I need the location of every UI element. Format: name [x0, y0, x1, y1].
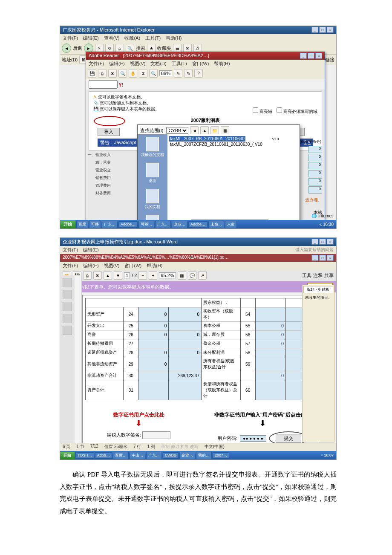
- attach-icon[interactable]: [63, 302, 72, 311]
- task-item[interactable]: 未命: [225, 221, 237, 228]
- page-down-icon[interactable]: ▼: [114, 271, 122, 280]
- print-icon[interactable]: ⎙: [98, 69, 107, 78]
- menu-edit[interactable]: 编辑(E): [83, 35, 99, 41]
- favorites-icon[interactable]: ★: [147, 44, 156, 52]
- print-icon[interactable]: ⎙: [83, 271, 92, 280]
- menu-view[interactable]: 查看(V): [104, 35, 120, 41]
- maximize-icon[interactable]: □: [319, 27, 326, 33]
- fit-icon[interactable]: ▦: [178, 271, 186, 280]
- cell-value[interactable]: [255, 357, 285, 371]
- task-item[interactable]: 广东…: [155, 221, 171, 228]
- close-icon[interactable]: ×: [315, 53, 322, 59]
- share-icon[interactable]: ↗: [198, 271, 207, 280]
- menu-view[interactable]: 视图(V): [104, 263, 120, 269]
- home-icon[interactable]: ⌂: [115, 44, 124, 52]
- maximize-icon[interactable]: □: [308, 53, 314, 59]
- menu-tools[interactable]: 工具(T): [172, 61, 187, 67]
- start-button[interactable]: 开始: [60, 452, 75, 459]
- refresh-icon[interactable]: ↻: [105, 44, 114, 52]
- zoom-icon[interactable]: 🔍: [149, 69, 158, 78]
- menu-help[interactable]: 帮助(H): [214, 61, 230, 67]
- task-item[interactable]: 可移…: [138, 221, 154, 228]
- file-list[interactable]: taxML_2007LRB_20110601_20110630 V10 taxM…: [167, 134, 300, 210]
- menu-edit[interactable]: 编辑(E): [109, 61, 125, 67]
- menu-file[interactable]: 文件(F): [63, 35, 78, 41]
- stop-icon[interactable]: ×: [95, 44, 104, 52]
- search-icon[interactable]: 🔍: [118, 69, 127, 78]
- menu-edit[interactable]: 编辑(E): [83, 263, 99, 269]
- hand-icon[interactable]: ✋: [129, 69, 137, 78]
- password-input[interactable]: ●● ● ● ● ●: [240, 435, 266, 442]
- links-label[interactable]: 链接: [325, 57, 334, 63]
- cell-value[interactable]: 0: [138, 357, 169, 371]
- cell-value[interactable]: 0: [255, 321, 285, 330]
- task-item[interactable]: TOSH…: [75, 452, 94, 458]
- cell-value[interactable]: 0: [169, 330, 202, 339]
- task-item[interactable]: 广东…: [102, 221, 118, 228]
- help-icon[interactable]: ?: [194, 69, 203, 78]
- sign-icon[interactable]: ✎: [174, 69, 182, 78]
- search-icon[interactable]: 🔍: [126, 44, 134, 52]
- close-icon[interactable]: ×: [327, 27, 334, 33]
- cell-value[interactable]: [138, 380, 169, 400]
- task-item[interactable]: 中山…: [130, 452, 145, 459]
- highlight-checkbox[interactable]: [253, 107, 258, 113]
- cell-value[interactable]: 0: [138, 321, 169, 330]
- cell-value[interactable]: [138, 371, 169, 380]
- help-hint[interactable]: 键入需要帮助的问题: [295, 247, 334, 253]
- cell-value[interactable]: [255, 348, 285, 357]
- history-icon[interactable]: ☰: [173, 44, 182, 52]
- required-checkbox[interactable]: [277, 107, 282, 113]
- cell-value[interactable]: 0: [138, 348, 169, 357]
- highlight-icon[interactable]: ✎: [184, 69, 193, 78]
- task-item[interactable]: 未命…: [208, 221, 224, 228]
- share-link[interactable]: 共享: [324, 272, 334, 279]
- close-icon[interactable]: ×: [327, 239, 334, 245]
- cell-value[interactable]: 0: [255, 339, 285, 348]
- link-ops[interactable]: 选办理。: [305, 197, 322, 203]
- mail-icon[interactable]: ✉: [183, 44, 192, 52]
- maximize-icon[interactable]: □: [319, 239, 326, 245]
- up-icon[interactable]: ▲: [200, 126, 209, 135]
- task-item[interactable]: 可移: [89, 221, 101, 228]
- task-item[interactable]: 2007…: [213, 452, 229, 458]
- mail-icon[interactable]: ✉: [108, 69, 117, 78]
- menu-window[interactable]: 窗口(W): [124, 263, 141, 269]
- back-icon[interactable]: ◄: [190, 126, 199, 135]
- cell-value[interactable]: [169, 321, 202, 330]
- signature-field[interactable]: [142, 431, 170, 439]
- start-button[interactable]: 开始: [60, 220, 75, 228]
- mail-icon[interactable]: ✉: [93, 271, 102, 280]
- place-docs[interactable]: 我的文档: [138, 186, 167, 212]
- menu-file[interactable]: 文件(F): [89, 61, 104, 67]
- pdf-tab[interactable]: 2007%E7%89%88%E8%B4%A2%E5%8A%A1%E6%…%E5%…: [60, 254, 336, 262]
- search-label[interactable]: 搜索: [136, 45, 145, 52]
- task-item[interactable]: Adobe…: [118, 221, 138, 227]
- file-item-selected[interactable]: taxML_2007LRB_20110601_20110630: [169, 136, 245, 142]
- menu-fav[interactable]: 收藏(A): [124, 35, 140, 41]
- sig-panel-icon[interactable]: [63, 326, 72, 335]
- save-icon[interactable]: 💾: [88, 69, 96, 78]
- zoom-value[interactable]: 86%: [159, 70, 172, 76]
- task-item[interactable]: 百度…: [113, 452, 129, 459]
- menu-edit[interactable]: 编辑(E): [83, 247, 99, 253]
- cell-value[interactable]: 269,123.37: [169, 371, 202, 380]
- cell-value[interactable]: 0: [138, 330, 169, 339]
- minimize-icon[interactable]: _: [300, 53, 307, 59]
- minimize-icon[interactable]: _: [311, 239, 318, 245]
- back-button[interactable]: ◄: [62, 43, 71, 53]
- cell-value[interactable]: 0: [169, 348, 202, 357]
- zoom-value[interactable]: 95.2%: [159, 272, 176, 278]
- fav-label[interactable]: 收藏夹: [157, 45, 171, 52]
- tools-link[interactable]: 工具: [302, 272, 311, 279]
- task-item[interactable]: 企业…: [179, 452, 195, 459]
- menu-file[interactable]: 文件(F): [63, 247, 78, 253]
- task-item[interactable]: Adobe…: [188, 221, 208, 227]
- import-button[interactable]: 导入: [98, 128, 120, 136]
- file-item[interactable]: taxML_2007ZCFZB_20110601_20110630_( V10: [169, 142, 298, 147]
- cell-value[interactable]: [255, 307, 285, 321]
- views-icon[interactable]: ▦: [221, 126, 229, 135]
- print-icon[interactable]: ⎙: [193, 44, 202, 52]
- zoom-out-icon[interactable]: −: [138, 271, 147, 280]
- maximize-icon[interactable]: □: [319, 255, 326, 261]
